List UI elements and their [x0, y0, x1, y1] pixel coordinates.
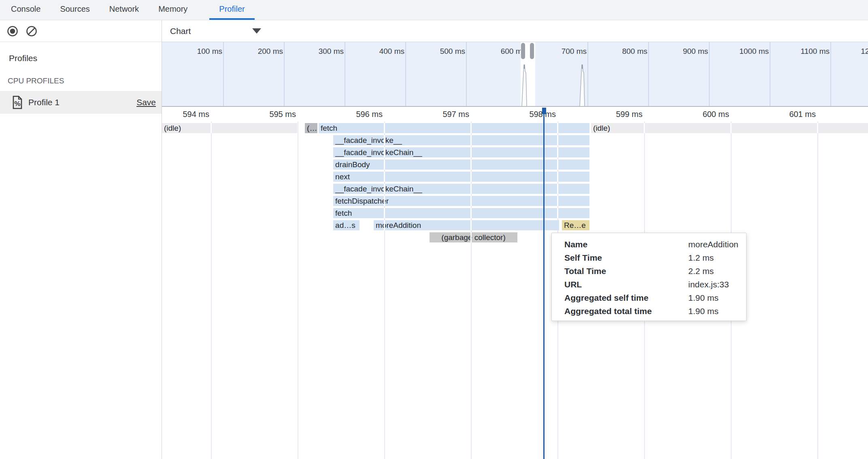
tab-sources[interactable]: Sources	[60, 0, 89, 20]
gridline-gap	[470, 196, 472, 206]
profiles-heading: Profiles	[9, 53, 162, 63]
cpu-activity-spike	[521, 61, 528, 106]
gridline-gap	[557, 208, 558, 218]
gridline-gap	[384, 135, 385, 145]
overview-tick-label: 300 ms	[285, 47, 344, 57]
current-time-marker[interactable]	[543, 108, 545, 459]
overview-tick-label: 600 ms	[467, 47, 526, 57]
gridline-gap	[470, 184, 472, 194]
tooltip-row-value: 1.90 ms	[688, 306, 719, 316]
overview-tick-label: 700 ms	[528, 47, 587, 57]
flame-bar[interactable]: Re…e	[562, 220, 589, 230]
gridline-gap	[470, 220, 472, 230]
gridline-gap	[470, 135, 472, 145]
ruler-tick-label: 599 ms	[562, 110, 642, 119]
gridline-gap	[384, 172, 385, 182]
tooltip-row-label: Aggregated total time	[564, 306, 746, 316]
tooltip-row-label: Total Time	[564, 266, 746, 276]
gridline-gap	[557, 147, 558, 157]
ruler-tick-label: 600 ms	[648, 110, 729, 119]
gridline-gap	[470, 159, 472, 170]
gridline-gap	[817, 123, 818, 133]
gridline-gap	[384, 196, 385, 206]
time-gridline	[211, 121, 212, 459]
gridline-gap	[384, 147, 385, 157]
tooltip-row: NamemoreAddition	[564, 240, 746, 253]
clear-profiles-icon[interactable]	[26, 26, 37, 37]
sidebar-toolbar	[0, 20, 162, 42]
view-mode-select[interactable]: Chart	[170, 26, 261, 36]
overview-tick-label: 400 ms	[345, 47, 404, 57]
time-gridline	[298, 121, 298, 459]
flame-bar[interactable]: __facade_invokeChain__	[333, 147, 589, 157]
profile-name: Profile 1	[28, 98, 60, 107]
tab-profiler[interactable]: Profiler	[209, 0, 254, 20]
gridline-gap	[470, 208, 472, 218]
flame-bar[interactable]: next	[333, 172, 589, 182]
tooltip-row-value: 2.2 ms	[688, 266, 714, 276]
flame-bar[interactable]: (idle)	[591, 123, 868, 133]
gridline-gap	[730, 123, 732, 133]
gridline-gap	[384, 123, 385, 133]
overview-tick-label: 200 ms	[224, 47, 283, 57]
flame-bar[interactable]: (…	[305, 123, 317, 133]
overview-tick-label: 1200 ms	[831, 47, 868, 57]
flame-bar[interactable]: moreAddition	[374, 220, 559, 230]
flame-bar[interactable]: fetch	[333, 208, 589, 218]
overview-tick-label: 1000 ms	[710, 47, 769, 57]
tab-network[interactable]: Network	[109, 0, 139, 20]
frame-details-tooltip: NamemoreAdditionSelf Time1.2 msTotal Tim…	[551, 233, 747, 321]
gridline-gap	[470, 172, 472, 182]
gridline-gap	[470, 232, 472, 242]
selection-left-handle[interactable]	[521, 43, 525, 59]
overview-tick-label: 500 ms	[406, 47, 465, 57]
tooltip-row-value: index.js:33	[688, 280, 729, 289]
flame-bar[interactable]: ad…s	[333, 220, 360, 230]
tooltip-row: Aggregated self time1.90 ms	[564, 293, 746, 306]
sidebar-item-profile-1[interactable]: % Profile 1 Save	[0, 91, 162, 114]
flame-bar[interactable]: (garbage collector)	[430, 232, 517, 242]
gridline-gap	[470, 123, 472, 133]
gridline-gap	[384, 220, 385, 230]
tooltip-row-label: Aggregated self time	[564, 293, 746, 303]
save-profile-link[interactable]: Save	[136, 98, 156, 107]
time-gridline	[817, 121, 818, 459]
gridline-gap	[557, 159, 558, 170]
view-mode-label: Chart	[170, 26, 191, 36]
overview-tick-label: 100 ms	[163, 47, 222, 57]
flame-bar[interactable]: __facade_invokeChain__	[333, 184, 589, 194]
gridline-gap	[557, 123, 558, 133]
devtools-tab-bar: ConsoleSourcesNetworkMemoryProfiler	[0, 0, 868, 20]
profile-document-icon: %	[12, 96, 23, 109]
tooltip-row-label: Self Time	[564, 253, 746, 263]
record-profile-icon[interactable]	[7, 26, 18, 37]
tab-memory[interactable]: Memory	[158, 0, 187, 20]
flame-bar[interactable]: (idle)	[162, 123, 297, 133]
ruler-tick-label: 594 ms	[162, 110, 209, 119]
ruler-tick-label: 596 ms	[302, 110, 383, 119]
flame-bar[interactable]: fetchDispatcher	[333, 196, 589, 206]
flame-bar[interactable]: __facade_invoke__	[333, 135, 589, 145]
gridline-gap	[384, 159, 385, 170]
current-time-marker-head	[542, 108, 546, 114]
timeline-overview[interactable]: 100 ms200 ms300 ms400 ms500 ms600 ms700 …	[162, 42, 868, 107]
gridline-gap	[384, 208, 385, 218]
gridline-gap	[470, 147, 472, 157]
flame-bar[interactable]: drainBody	[333, 159, 589, 170]
overview-tick-label: 1100 ms	[770, 47, 830, 57]
tooltip-row: Aggregated total time1.90 ms	[564, 306, 746, 320]
gridline-gap	[384, 184, 385, 194]
gridline-gap	[557, 184, 558, 194]
chart-toolbar: Chart	[162, 20, 868, 42]
tab-console[interactable]: Console	[11, 0, 40, 20]
gridline-gap	[557, 196, 558, 206]
tooltip-row: URLindex.js:33	[564, 280, 746, 293]
overview-tick-label: 800 ms	[588, 47, 647, 57]
ruler-tick-label: 601 ms	[735, 110, 816, 119]
chevron-down-icon	[252, 28, 261, 34]
gridline-gap	[557, 172, 558, 182]
selection-right-handle[interactable]	[530, 43, 534, 59]
flame-bar[interactable]: fetch	[319, 123, 589, 133]
flame-chart[interactable]: 594 ms595 ms596 ms597 ms598 ms599 ms600 …	[162, 108, 868, 459]
gridline-gap	[557, 135, 558, 145]
